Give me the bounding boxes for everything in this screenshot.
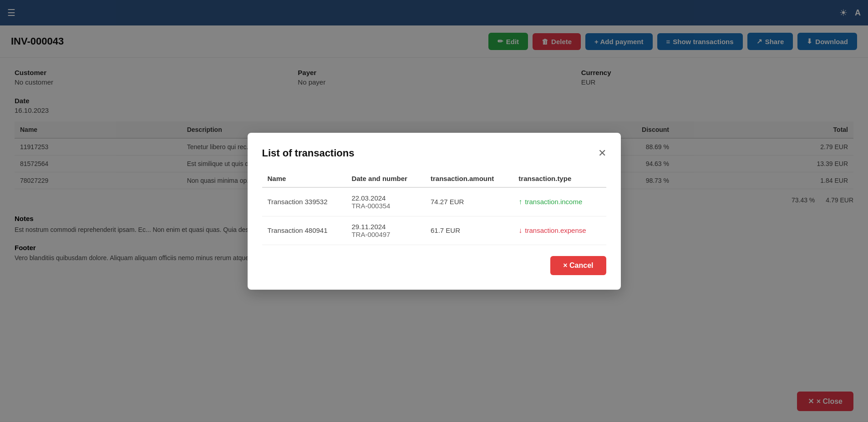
modal-cell-amount: 74.27 EUR xyxy=(425,187,513,216)
modal-cell-name: Transaction 339532 xyxy=(262,187,346,216)
modal-col-name: Name xyxy=(262,170,346,187)
modal-cell-date: 22.03.2024TRA-000354 xyxy=(346,187,425,216)
modal-table: Name Date and number transaction.amount … xyxy=(262,170,606,245)
transaction-type: ↓ transaction.expense xyxy=(518,226,600,235)
modal-col-date: Date and number xyxy=(346,170,425,187)
modal-overlay[interactable]: List of transactions ✕ Name Date and num… xyxy=(0,0,868,422)
modal-cell-type: ↓ transaction.expense xyxy=(513,216,606,245)
modal-cell-amount: 61.7 EUR xyxy=(425,216,513,245)
modal-title: List of transactions xyxy=(262,147,355,159)
modal-table-row: Transaction 480941 29.11.2024TRA-000497 … xyxy=(262,216,606,245)
modal-cell-name: Transaction 480941 xyxy=(262,216,346,245)
transactions-modal: List of transactions ✕ Name Date and num… xyxy=(248,133,621,290)
income-icon: ↑ xyxy=(518,198,522,206)
modal-header: List of transactions ✕ xyxy=(262,147,606,159)
modal-close-button[interactable]: ✕ xyxy=(598,148,606,158)
modal-col-amount: transaction.amount xyxy=(425,170,513,187)
modal-cell-type: ↑ transaction.income xyxy=(513,187,606,216)
modal-table-row: Transaction 339532 22.03.2024TRA-000354 … xyxy=(262,187,606,216)
cancel-button[interactable]: × Cancel xyxy=(550,256,606,275)
modal-footer: × Cancel xyxy=(262,256,606,275)
modal-col-type: transaction.type xyxy=(513,170,606,187)
expense-icon: ↓ xyxy=(518,226,522,235)
transaction-type: ↑ transaction.income xyxy=(518,198,600,206)
modal-cell-date: 29.11.2024TRA-000497 xyxy=(346,216,425,245)
